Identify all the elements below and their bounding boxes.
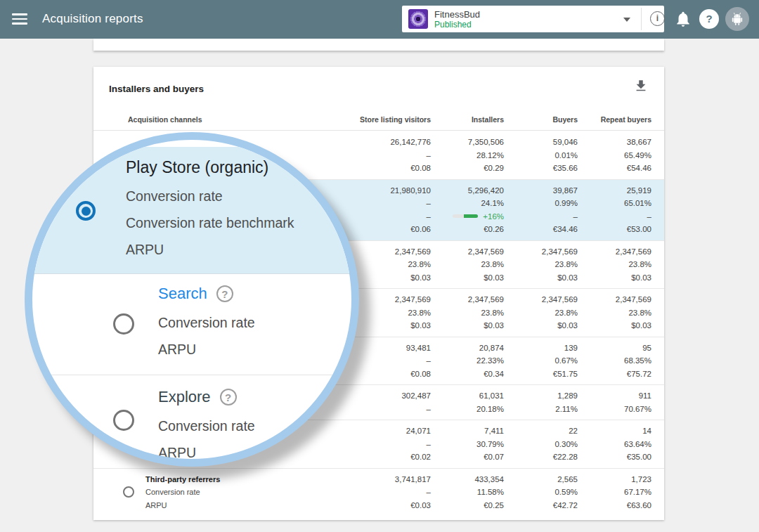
menu-icon[interactable] bbox=[12, 13, 27, 25]
page-title: Acquisition reports bbox=[42, 12, 143, 26]
value-cell: 61,03120.18% bbox=[431, 389, 504, 415]
value-line: 14 bbox=[578, 424, 651, 438]
value-line: – bbox=[578, 210, 651, 223]
value-line: – bbox=[353, 438, 431, 451]
value-line: $0.03 bbox=[504, 271, 578, 285]
help-icon[interactable]: ? bbox=[216, 285, 233, 302]
value-line: 2,347,569 bbox=[353, 245, 431, 259]
value-line: 61,031 bbox=[431, 389, 504, 403]
channel-label: Conversion rate bbox=[145, 486, 353, 499]
value-line: $0.03 bbox=[431, 271, 504, 285]
value-line: 0.99% bbox=[504, 197, 578, 210]
metric-label: ARPU bbox=[158, 342, 196, 358]
magnifier-circle: Play Store (organic) Conversion rate Con… bbox=[25, 132, 359, 467]
channel-title-play-store-organic[interactable]: Play Store (organic) bbox=[126, 158, 268, 177]
radio-third-party-referrers[interactable] bbox=[123, 486, 134, 498]
value-line: 20,874 bbox=[431, 342, 504, 355]
info-icon[interactable]: i bbox=[650, 11, 665, 26]
value-cell: 220.30%€22.28 bbox=[504, 424, 578, 464]
value-cell: 2,347,56923.8%$0.03 bbox=[353, 245, 431, 285]
value-line: 23.8% bbox=[578, 306, 651, 320]
value-line: €0.07 bbox=[431, 450, 504, 464]
value-line: 2,347,569 bbox=[431, 245, 504, 259]
table-header-row: Acquisition channels Store listing visit… bbox=[93, 109, 664, 131]
value-line: 21,980,910 bbox=[353, 184, 431, 197]
value-line: €0.02 bbox=[353, 450, 431, 464]
value-line: €35.66 bbox=[504, 162, 578, 175]
value-cell: 59,0460.01%€35.66 bbox=[504, 136, 578, 175]
notifications-icon[interactable] bbox=[674, 10, 692, 28]
divider bbox=[32, 375, 351, 375]
value-line: €53.00 bbox=[578, 223, 651, 236]
value-line: €0.08 bbox=[353, 162, 431, 175]
value-line: 0.01% bbox=[504, 149, 578, 162]
value-cell: 39,8670.99%–€34.46 bbox=[504, 184, 578, 236]
value-cell: 25,91965.01%–€53.00 bbox=[578, 184, 651, 236]
channel-title-search[interactable]: Search ? bbox=[158, 285, 233, 303]
value-line: 433,354 bbox=[431, 473, 504, 486]
value-line: – bbox=[353, 197, 431, 210]
metric-label: Conversion rate bbox=[126, 188, 223, 205]
value-line: 1,723 bbox=[578, 473, 651, 486]
benchmark-bar-icon bbox=[453, 214, 478, 218]
value-line: €0.34 bbox=[431, 368, 504, 381]
chevron-down-icon[interactable] bbox=[623, 18, 630, 22]
radio-explore[interactable] bbox=[113, 410, 134, 431]
help-icon[interactable]: ? bbox=[699, 9, 719, 29]
table-row[interactable]: Third-party referrersConversion rateARPU… bbox=[93, 469, 664, 517]
value-line: 1,289 bbox=[504, 389, 578, 403]
value-line: €54.46 bbox=[578, 162, 651, 175]
app-selector-dropdown[interactable]: FitnessBud Published i bbox=[402, 6, 664, 32]
value-cell: 1390.67%€51.75 bbox=[504, 342, 578, 381]
value-line: $0.03 bbox=[431, 319, 504, 332]
value-cell: 1463.64%€35.00 bbox=[578, 424, 651, 464]
app-status: Published bbox=[434, 20, 472, 30]
avatar[interactable] bbox=[725, 7, 749, 31]
value-line: 39,867 bbox=[504, 184, 578, 197]
value-line: €0.29 bbox=[431, 162, 504, 175]
value-line: 2,347,569 bbox=[578, 293, 651, 306]
value-line: 59,046 bbox=[504, 136, 578, 149]
download-button[interactable] bbox=[633, 78, 650, 95]
value-line: 20.18% bbox=[431, 403, 504, 416]
value-line: 28.12% bbox=[431, 149, 504, 162]
value-line: $0.03 bbox=[578, 319, 651, 332]
value-cell: 91170.67% bbox=[578, 389, 651, 415]
metric-label: Conversion rate benchmark bbox=[126, 215, 294, 231]
column-header: Repeat buyers bbox=[578, 115, 651, 124]
value-line: 95 bbox=[578, 342, 651, 355]
value-line: €0.06 bbox=[353, 223, 431, 236]
value-line: €0.25 bbox=[431, 499, 504, 512]
value-cell: 9568.35%€75.72 bbox=[578, 342, 651, 381]
help-icon[interactable]: ? bbox=[220, 389, 237, 406]
channel-title-explore[interactable]: Explore ? bbox=[158, 388, 237, 406]
android-robot-icon bbox=[729, 11, 745, 27]
value-line: 3,741,817 bbox=[353, 473, 431, 486]
app-bar: Acquisition reports FitnessBud Published… bbox=[0, 0, 759, 39]
value-line: 2,347,569 bbox=[578, 245, 651, 259]
radio-search[interactable] bbox=[113, 313, 134, 335]
value-cell: 2,347,56923.8%$0.03 bbox=[578, 245, 651, 285]
value-line: 63.64% bbox=[578, 438, 651, 451]
channel-label: ARPU bbox=[145, 499, 353, 512]
column-header: Buyers bbox=[504, 115, 578, 124]
bell-icon bbox=[674, 10, 692, 28]
value-line: 30.79% bbox=[431, 438, 504, 451]
value-line: 23.8% bbox=[353, 306, 431, 320]
value-line: €51.75 bbox=[504, 368, 578, 381]
column-header: Store listing visitors bbox=[353, 115, 431, 124]
value-cell: 2,5650.59%€42.72 bbox=[504, 473, 578, 512]
value-line: – bbox=[353, 486, 431, 499]
metric-label: ARPU bbox=[126, 242, 164, 258]
value-line: 2,565 bbox=[504, 473, 578, 486]
column-header: Acquisition channels bbox=[93, 115, 353, 124]
value-cell: 7,41130.79%€0.07 bbox=[431, 424, 504, 464]
value-line: 38,667 bbox=[578, 136, 651, 149]
value-line: 139 bbox=[504, 342, 578, 355]
value-line: 2,347,569 bbox=[504, 245, 578, 259]
channel-cell: Third-party referrersConversion rateARPU bbox=[93, 473, 353, 512]
value-cell: 2,347,56923.8%$0.03 bbox=[504, 293, 578, 332]
metric-label: Conversion rate bbox=[158, 315, 255, 331]
radio-play-store-organic-selected[interactable] bbox=[76, 201, 96, 221]
value-line: 23.8% bbox=[353, 258, 431, 271]
